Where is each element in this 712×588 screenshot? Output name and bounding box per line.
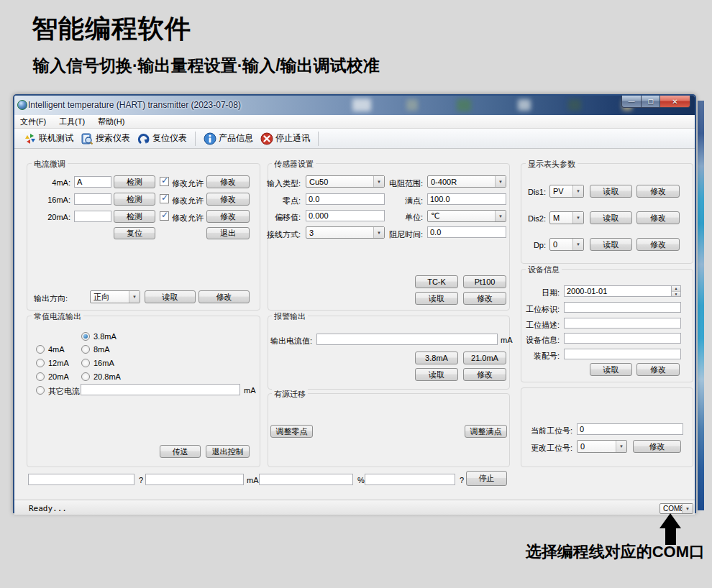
send-button[interactable]: 传送: [160, 445, 201, 458]
radio-12ma[interactable]: [36, 359, 45, 367]
radio-16ma[interactable]: [81, 359, 90, 367]
bottom-field-3[interactable]: [259, 474, 353, 485]
maximize-button[interactable]: ▢: [642, 96, 660, 108]
radio-other-current-label: 其它电流: [48, 386, 80, 397]
alarm-output-input[interactable]: [316, 334, 498, 345]
trim-4ma-modify-button[interactable]: 修改: [206, 175, 250, 188]
station-modify-button[interactable]: 修改: [633, 440, 681, 453]
trim-16ma-modify-button[interactable]: 修改: [206, 193, 250, 206]
radio-20ma[interactable]: [36, 372, 45, 381]
bottom-field-2[interactable]: [145, 474, 244, 485]
bottom-field-4[interactable]: [365, 474, 455, 485]
trim-20ma-allow-label: 修改允许: [172, 213, 204, 224]
trim-4ma-input[interactable]: [74, 176, 111, 188]
alarm-read-button[interactable]: 读取: [415, 368, 458, 381]
menu-help[interactable]: 帮助(H): [98, 116, 124, 127]
station-id-input[interactable]: [564, 302, 681, 313]
unit-label: 单位:: [381, 212, 423, 223]
radio-3-8ma[interactable]: [81, 332, 90, 341]
dis1-read-button[interactable]: 读取: [590, 185, 632, 198]
dropdown-arrow-icon: [682, 504, 693, 513]
spinner-up-icon[interactable]: ▲: [672, 286, 680, 292]
date-spinner[interactable]: ▲▼: [672, 285, 681, 297]
exit-control-button[interactable]: 退出控制: [206, 445, 250, 458]
trim-16ma-allow-label: 修改允许: [172, 196, 204, 206]
com-port-value: COM8: [663, 505, 682, 513]
alarm-modify-button[interactable]: 修改: [463, 368, 506, 381]
resistance-range-combo[interactable]: 0-400R: [427, 175, 506, 188]
dp-read-button[interactable]: 读取: [590, 238, 632, 251]
dis2-value: M: [553, 213, 572, 222]
device-info-input[interactable]: [564, 333, 681, 344]
toolbar-search-instrument[interactable]: 搜索仪表: [77, 131, 134, 147]
trim-16ma-detect-button[interactable]: 检测: [114, 193, 155, 206]
toolbar-stop-comm[interactable]: 停止通讯: [257, 131, 314, 147]
dis1-combo[interactable]: PV: [549, 185, 584, 198]
offset-input[interactable]: [306, 210, 385, 221]
product-info-icon: [204, 132, 216, 145]
trim-16ma-allow-checkbox[interactable]: [160, 194, 169, 203]
date-input[interactable]: [564, 285, 672, 297]
other-current-input[interactable]: [81, 384, 240, 395]
status-ready-text: Ready...: [29, 504, 67, 513]
dis2-read-button[interactable]: 读取: [590, 211, 632, 224]
current-station-input[interactable]: [577, 423, 683, 435]
assembly-no-input[interactable]: [564, 349, 681, 359]
menu-file[interactable]: 文件(F): [20, 116, 46, 127]
bottom-field-1[interactable]: [28, 474, 134, 485]
trim-20ma-detect-button[interactable]: 检测: [114, 210, 155, 223]
radio-8ma[interactable]: [81, 345, 90, 354]
spinner-down-icon[interactable]: ▼: [672, 292, 680, 297]
trim-20ma-allow-checkbox[interactable]: [160, 211, 169, 221]
trim-20ma-modify-button[interactable]: 修改: [206, 210, 250, 223]
group-current-trim-title: 电流微调: [32, 159, 68, 170]
trim-reset-button[interactable]: 复位: [114, 227, 155, 239]
wiring-value: 3: [309, 229, 373, 237]
direction-modify-button[interactable]: 修改: [198, 290, 250, 303]
dis2-modify-button[interactable]: 修改: [636, 211, 680, 224]
sensor-read-button[interactable]: 读取: [415, 292, 458, 305]
trim-20ma-input[interactable]: [74, 211, 111, 222]
close-button[interactable]: ✕: [660, 96, 690, 108]
full-input[interactable]: [427, 193, 506, 205]
alarm-low-button[interactable]: 3.8mA: [415, 352, 458, 364]
pt100-button[interactable]: Pt100: [463, 275, 506, 288]
trim-16ma-input[interactable]: [74, 193, 111, 205]
close-icon: ✕: [672, 98, 677, 106]
output-direction-label: 输出方向:: [34, 293, 68, 304]
adjust-zero-button[interactable]: 调整零点: [270, 425, 313, 438]
trim-4ma-detect-button[interactable]: 检测: [114, 175, 155, 188]
toolbar-reset-instrument[interactable]: 复位仪表: [134, 131, 191, 147]
dp-combo[interactable]: 0: [549, 238, 584, 251]
window-titlebar[interactable]: Intelligent temperature (HART) transmitt…: [14, 96, 695, 115]
device-read-button[interactable]: 读取: [590, 363, 632, 376]
change-station-combo[interactable]: 0: [577, 440, 627, 453]
unit-combo[interactable]: ℃: [427, 210, 506, 222]
alarm-high-button[interactable]: 21.0mA: [463, 352, 506, 364]
com-port-combo[interactable]: COM8: [659, 503, 693, 514]
adjust-full-button[interactable]: 调整满点: [465, 425, 507, 438]
output-direction-combo[interactable]: 正向: [90, 290, 140, 303]
wiring-combo[interactable]: 3: [306, 226, 385, 239]
zero-input[interactable]: [306, 193, 385, 205]
input-type-combo[interactable]: Cu50: [306, 175, 385, 188]
trim-4ma-allow-checkbox[interactable]: [160, 177, 169, 186]
trim-exit-button[interactable]: 退出: [206, 227, 250, 239]
dis2-combo[interactable]: M: [549, 211, 584, 224]
sensor-modify-button[interactable]: 修改: [463, 292, 506, 305]
toolbar-product-info[interactable]: 产品信息: [200, 131, 257, 147]
tck-button[interactable]: TC-K: [415, 275, 458, 288]
radio-4ma[interactable]: [36, 345, 45, 354]
minimize-button[interactable]: —: [621, 96, 642, 108]
damping-input[interactable]: [427, 226, 506, 238]
menu-tools[interactable]: 工具(T): [59, 116, 85, 127]
station-desc-input[interactable]: [564, 318, 681, 329]
device-modify-button[interactable]: 修改: [636, 363, 680, 376]
dp-modify-button[interactable]: 修改: [636, 238, 680, 251]
stop-button[interactable]: 停止: [466, 471, 507, 486]
direction-read-button[interactable]: 读取: [145, 290, 196, 303]
dis1-modify-button[interactable]: 修改: [636, 185, 680, 198]
toolbar-online-test[interactable]: 联机测试: [20, 131, 77, 147]
radio-20-8ma[interactable]: [81, 372, 90, 381]
radio-other-current[interactable]: [36, 386, 45, 395]
